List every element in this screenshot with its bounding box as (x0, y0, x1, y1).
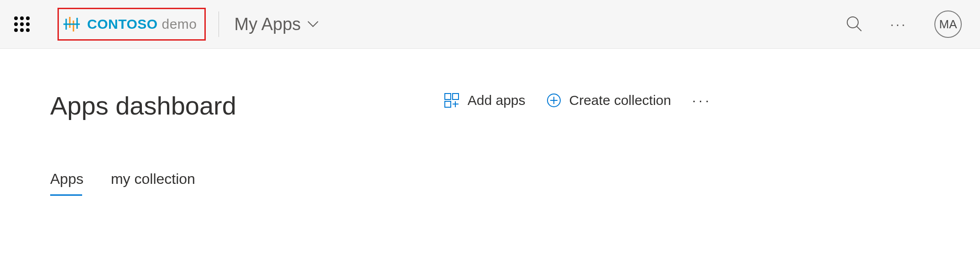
main-content: Apps dashboard Add apps (0, 49, 712, 196)
add-apps-label: Add apps (468, 93, 526, 108)
create-collection-label: Create collection (569, 93, 671, 108)
tabs: Apps my collection (50, 171, 662, 196)
brand-name: CONTOSO (87, 16, 158, 31)
brand-logo-box: CONTOSO demo (57, 8, 206, 41)
svg-line-6 (857, 26, 861, 31)
create-collection-button[interactable]: Create collection (547, 93, 671, 108)
search-button[interactable] (845, 15, 863, 34)
create-collection-icon (547, 93, 561, 108)
tab-label: Apps (50, 171, 83, 187)
search-icon (845, 15, 863, 34)
tab-apps[interactable]: Apps (50, 171, 83, 196)
svg-rect-8 (453, 94, 459, 99)
add-apps-button[interactable]: Add apps (444, 93, 526, 108)
app-selector-dropdown[interactable]: My Apps (235, 15, 319, 34)
app-launcher-button[interactable] (13, 15, 31, 33)
user-avatar[interactable]: MA (934, 10, 962, 38)
app-selector-label: My Apps (235, 15, 301, 34)
page-more-button[interactable]: ··· (692, 93, 712, 108)
svg-rect-7 (445, 94, 451, 99)
svg-rect-9 (445, 101, 451, 107)
brand-sub: demo (162, 16, 197, 31)
ellipsis-icon: ··· (692, 93, 712, 108)
user-initials: MA (939, 17, 957, 31)
contoso-logo-icon (63, 15, 82, 33)
page-actions: Add apps Create collection ··· (444, 93, 712, 108)
ellipsis-icon: ··· (890, 16, 907, 32)
top-bar: CONTOSO demo My Apps ··· MA (0, 0, 980, 49)
brand-text: CONTOSO demo (87, 16, 197, 32)
top-right-controls: ··· MA (845, 10, 962, 38)
chevron-down-icon (307, 21, 319, 28)
vertical-separator (219, 11, 219, 37)
svg-point-5 (847, 17, 858, 28)
tab-label: my collection (111, 171, 195, 187)
waffle-icon (14, 16, 30, 32)
header-more-button[interactable]: ··· (890, 16, 907, 32)
add-apps-icon (444, 93, 459, 108)
tab-my-collection[interactable]: my collection (111, 171, 195, 196)
